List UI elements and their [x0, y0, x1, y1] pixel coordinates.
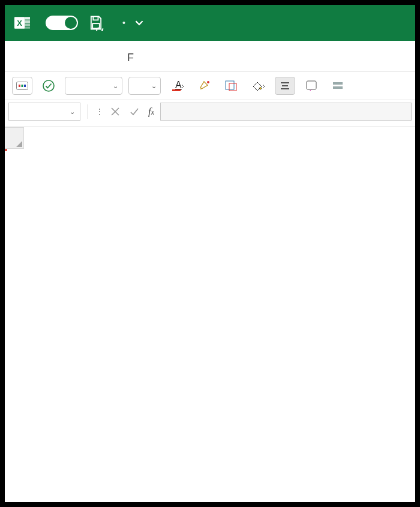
- cancel-formula-button[interactable]: [107, 104, 123, 119]
- select-all-triangle[interactable]: [5, 127, 24, 149]
- svg-point-14: [207, 81, 209, 83]
- highlight-box: [5, 149, 7, 151]
- ribbon-tabs: F: [5, 41, 415, 72]
- svg-rect-3: [25, 20, 30, 23]
- chevron-down-icon: ⌄: [70, 108, 75, 116]
- svg-rect-5: [25, 27, 30, 29]
- fx-icon[interactable]: fx: [148, 106, 154, 118]
- grid: [5, 127, 415, 149]
- document-title[interactable]: •: [119, 18, 143, 28]
- font-size-selector[interactable]: ⌄: [128, 77, 161, 95]
- note-button[interactable]: [301, 77, 322, 95]
- formula-bar-row: ⌄ ⋮ fx: [5, 100, 415, 127]
- autosave-group: [40, 16, 78, 30]
- check-status-icon[interactable]: [38, 77, 59, 95]
- svg-text:A: A: [175, 80, 182, 90]
- svg-rect-20: [307, 81, 316, 89]
- name-box[interactable]: ⌄: [8, 103, 80, 121]
- keypad-button[interactable]: [12, 77, 32, 95]
- align-center-button[interactable]: [275, 77, 295, 95]
- excel-logo-icon: X: [14, 15, 30, 31]
- tab-overflow[interactable]: F: [127, 52, 134, 64]
- font-color-button[interactable]: A: [167, 77, 188, 95]
- svg-rect-8: [19, 85, 20, 87]
- chevron-down-icon: ⌄: [151, 82, 157, 90]
- svg-point-11: [43, 80, 54, 91]
- svg-rect-10: [24, 85, 26, 87]
- separator: [88, 104, 88, 119]
- toggle-knob: [65, 17, 77, 29]
- svg-rect-4: [25, 23, 30, 26]
- svg-rect-21: [333, 82, 343, 85]
- spreadsheet: [5, 127, 415, 502]
- svg-text:X: X: [17, 19, 22, 28]
- save-icon[interactable]: [88, 14, 104, 31]
- autosave-toggle[interactable]: [46, 16, 78, 30]
- layout-button[interactable]: [221, 77, 241, 95]
- title-bar: X •: [5, 5, 415, 41]
- svg-rect-22: [333, 86, 343, 89]
- enter-formula-button[interactable]: [127, 104, 142, 119]
- chevron-down-icon: ⌄: [113, 82, 118, 90]
- svg-rect-15: [226, 81, 234, 89]
- bullet-separator: •: [122, 18, 125, 28]
- chevron-down-icon: [135, 19, 143, 27]
- formula-input[interactable]: [160, 103, 412, 121]
- svg-rect-9: [22, 85, 23, 87]
- ellipsis-icon[interactable]: ⋮: [95, 107, 104, 116]
- svg-rect-13: [172, 89, 181, 91]
- collapse-ribbon-button[interactable]: [328, 77, 348, 95]
- font-name-selector[interactable]: ⌄: [65, 77, 122, 95]
- fill-color-button[interactable]: [247, 77, 269, 95]
- svg-rect-2: [25, 17, 30, 19]
- toolbar: ⌄ ⌄ A: [5, 72, 415, 100]
- format-painter-button[interactable]: [194, 77, 215, 95]
- excel-window: X •: [0, 0, 420, 507]
